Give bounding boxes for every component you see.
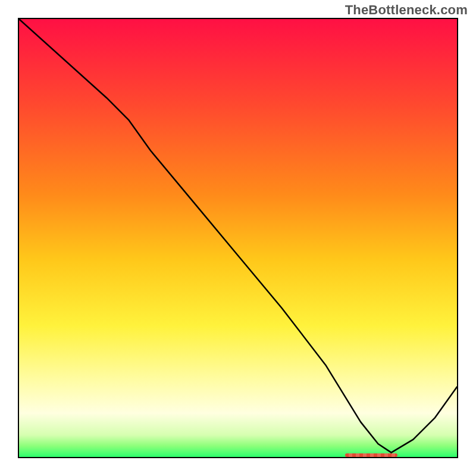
- data-line: [19, 19, 457, 453]
- chart-stage: TheBottleneck.com: [0, 0, 476, 476]
- watermark-text: TheBottleneck.com: [345, 2, 468, 18]
- plot-area: [18, 18, 458, 458]
- line-overlay: [19, 19, 457, 457]
